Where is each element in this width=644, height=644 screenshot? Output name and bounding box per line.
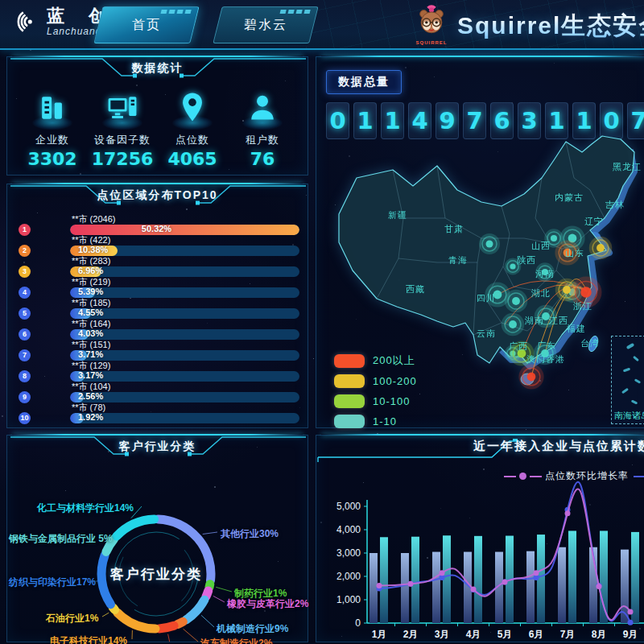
legend-swatch xyxy=(334,374,365,388)
stat-label: 企业数 xyxy=(19,133,86,147)
donut-segment-label: 纺织与印染行业17% xyxy=(9,576,96,589)
legend-swatch xyxy=(334,415,365,428)
svg-text:3月: 3月 xyxy=(435,629,450,640)
svg-text:吉林: 吉林 xyxy=(605,200,625,209)
top10-row: **市 (78) 10 1.92% xyxy=(15,402,298,423)
svg-text:4月: 4月 xyxy=(466,629,481,640)
map-legend-item: 10-100 xyxy=(334,394,417,408)
top10-panel-header: 点位区域分布TOP10 xyxy=(7,184,308,208)
svg-text:西藏: 西藏 xyxy=(406,284,425,294)
svg-text:四川: 四川 xyxy=(477,293,496,303)
svg-text:青海: 青海 xyxy=(448,255,468,265)
svg-text:香港: 香港 xyxy=(546,354,565,364)
top10-rank-badge: 3 xyxy=(19,266,31,278)
svg-text:甘肃: 甘肃 xyxy=(444,224,464,233)
legend-label: 10-100 xyxy=(373,395,410,407)
stat-item: 点位数 4065 xyxy=(159,88,226,169)
top10-percent: 6.96% xyxy=(78,266,103,275)
legend-label: 100-200 xyxy=(373,375,417,387)
stat-item: 企业数 3302 xyxy=(19,88,86,169)
map-legend-item: 200以上 xyxy=(334,353,417,368)
building-icon xyxy=(23,88,81,130)
top10-row: **市 (129) 8 3.17% xyxy=(15,361,298,382)
svg-text:内蒙古: 内蒙古 xyxy=(555,192,584,202)
location-icon xyxy=(163,88,221,130)
industry-panel-header: 客户行业分类 xyxy=(7,436,308,460)
industry-panel: 客户行业分类 客户行业分类 其他行业30%制药行业1%橡胶与皮革行业2%机械制造… xyxy=(6,435,308,642)
donut-center-label: 客户行业分类 xyxy=(110,565,202,584)
svg-text:江西: 江西 xyxy=(548,316,568,325)
stats-row: 企业数 3302 设备因子数 17256 点位数 4065 租户数 76 xyxy=(7,81,308,169)
squirrel-mascot: SQUIRREL xyxy=(412,2,451,45)
tab-label: 碧水云 xyxy=(244,17,287,34)
svg-text:2,000: 2,000 xyxy=(336,571,361,582)
top10-panel: 点位区域分布TOP10 **市 (2046) 1 50.32%**市 (422)… xyxy=(6,184,308,428)
top10-percent: 4.55% xyxy=(78,308,103,317)
svg-text:3,000: 3,000 xyxy=(336,547,361,559)
svg-text:5月: 5月 xyxy=(497,629,513,640)
svg-text:9月: 9月 xyxy=(623,629,638,640)
tab-dashes xyxy=(160,10,191,14)
top10-rank-badge: 9 xyxy=(19,391,31,403)
top10-rank-badge: 1 xyxy=(19,224,31,236)
donut-segment-label: 其他行业30% xyxy=(221,527,279,541)
donut-segment-label: 钢铁与金属制品行业 5% xyxy=(9,532,113,546)
top10-rank-badge: 8 xyxy=(19,370,31,382)
top10-panel-title: 点位区域分布TOP10 xyxy=(7,184,308,205)
device-icon xyxy=(93,88,151,130)
stat-value: 4065 xyxy=(159,149,226,169)
svg-text:4,000: 4,000 xyxy=(336,524,361,535)
svg-text:0: 0 xyxy=(355,617,361,629)
tab-bishuiyun[interactable]: 碧水云 xyxy=(213,6,318,43)
top10-percent: 50.32% xyxy=(142,224,171,233)
svg-text:湖北: 湖北 xyxy=(530,288,551,298)
tab-label: 首页 xyxy=(132,17,161,34)
svg-text:福建: 福建 xyxy=(567,324,586,333)
svg-text:5,000: 5,000 xyxy=(336,501,361,512)
svg-text:黑龙江: 黑龙江 xyxy=(613,162,642,171)
svg-text:陕西: 陕西 xyxy=(517,255,536,265)
top10-percent: 4.03% xyxy=(78,328,103,338)
stat-label: 设备因子数 xyxy=(89,133,156,147)
svg-text:台湾: 台湾 xyxy=(580,338,600,348)
donut-segment-label: 化工与材料学行业14% xyxy=(37,502,134,515)
trend-panel: 近一年接入企业与点位累计数 点位数环比增长率 5,0004,0003,0002,… xyxy=(316,435,644,642)
top10-percent: 3.17% xyxy=(78,370,103,380)
svg-text:辽宁: 辽宁 xyxy=(584,217,604,226)
svg-text:2月: 2月 xyxy=(403,629,419,640)
nav-tabs: 首页 碧水云 xyxy=(98,6,314,43)
stats-panel: 数据统计 企业数 3302 设备因子数 17256 点位数 4065 租户数 7… xyxy=(6,56,308,175)
svg-text:新疆: 新疆 xyxy=(388,210,407,220)
donut-segment-label: 汽车制造行业2% xyxy=(200,637,272,644)
svg-text:1月: 1月 xyxy=(372,629,387,640)
map-panel: 数据总量 011497631107 新疆甘肃青海西藏内蒙古黑龙江吉林辽宁山西陕西… xyxy=(316,56,644,428)
top10-percent: 1.92% xyxy=(78,412,103,422)
top10-row: **市 (185) 5 4.55% xyxy=(15,298,298,319)
svg-text:湖南: 湖南 xyxy=(524,316,544,325)
top10-percent: 2.56% xyxy=(78,391,103,401)
trend-chart: 5,0004,0003,0002,0001,00001月2月3月4月5月6月7月… xyxy=(316,436,644,643)
svg-text:8月: 8月 xyxy=(592,629,607,640)
stat-item: 设备因子数 17256 xyxy=(89,88,156,169)
mascot-label: SQUIRREL xyxy=(412,41,451,45)
stats-panel-title: 数据统计 xyxy=(7,57,308,78)
industry-donut-chart: 客户行业分类 其他行业30%制药行业1%橡胶与皮革行业2%机械制造行业9%汽车制… xyxy=(7,460,309,642)
header-bar: 蓝 创 Lanchuang 首页 碧水云 SQUIRREL Sq xyxy=(0,0,644,50)
top10-city: **市 (2046) xyxy=(72,213,115,225)
donut-segment-label: 橡胶与皮革行业2% xyxy=(227,597,308,611)
svg-text:6月: 6月 xyxy=(529,629,544,640)
top10-rank-badge: 2 xyxy=(19,245,31,257)
svg-text:澳门: 澳门 xyxy=(526,354,546,364)
stat-item: 租户数 76 xyxy=(229,88,296,169)
stats-panel-header: 数据统计 xyxy=(7,57,308,81)
top10-rank-badge: 7 xyxy=(19,349,31,361)
stat-value: 17256 xyxy=(89,149,156,169)
stat-label: 点位数 xyxy=(159,133,226,147)
industry-panel-title: 客户行业分类 xyxy=(7,436,308,456)
top10-percent: 10.38% xyxy=(78,245,108,254)
tab-home[interactable]: 首页 xyxy=(93,6,199,43)
data-total-label: 数据总量 xyxy=(326,70,402,94)
user-icon xyxy=(233,88,291,130)
top10-bar-track xyxy=(70,413,299,423)
legend-swatch xyxy=(334,354,365,368)
